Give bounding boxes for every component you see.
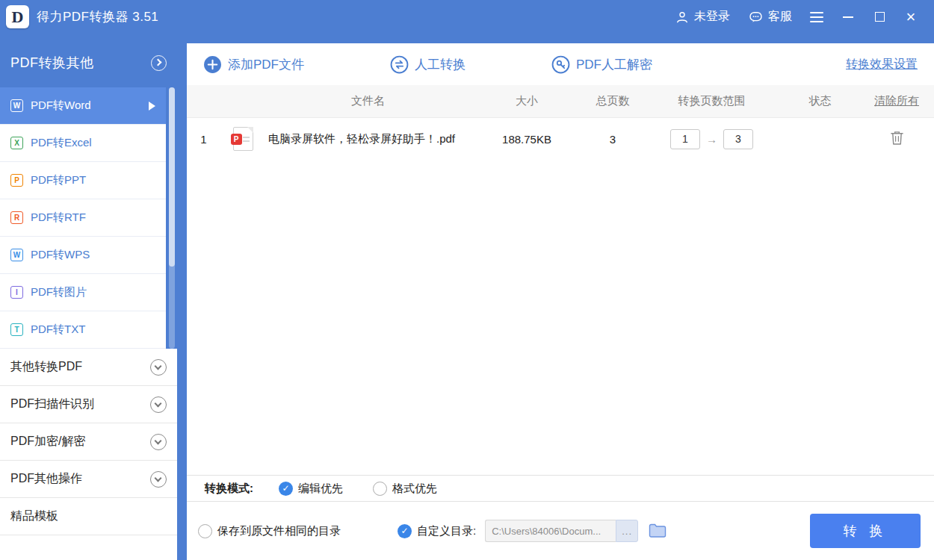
sidebar-header[interactable]: PDF转换其他	[0, 34, 177, 87]
pdf-file-icon: P	[233, 127, 253, 151]
sidebar-section-templates[interactable]: 精品模板	[0, 498, 177, 535]
close-icon: ×	[906, 9, 916, 25]
section-label: 其他转换PDF	[10, 359, 82, 375]
radio-checked-icon: ✓	[279, 482, 293, 496]
output-directory-box: ...	[485, 520, 638, 542]
section-label: PDF扫描件识别	[10, 396, 94, 412]
sidebar-item-label: PDF转TXT	[31, 323, 85, 337]
header-size: 大小	[471, 94, 583, 108]
manual-convert-label: 人工转换	[415, 56, 466, 73]
word-doc-icon: W	[10, 99, 23, 112]
mode-edit-priority-radio[interactable]: ✓ 编辑优先	[279, 482, 343, 496]
wps-doc-icon: W	[10, 249, 23, 261]
txt-doc-icon: T	[10, 323, 23, 336]
sidebar-section-other-to-pdf[interactable]: 其他转换PDF	[0, 349, 177, 386]
sidebar-item-pdf-to-image[interactable]: I PDF转图片	[0, 274, 166, 311]
sidebar-item-label: PDF转Excel	[31, 136, 92, 150]
chevron-down-circle-icon	[150, 434, 167, 450]
maximize-button[interactable]	[867, 6, 892, 28]
convert-button[interactable]: 转 换	[810, 514, 921, 548]
toolbar: 添加PDF文件 人工转换	[187, 43, 934, 85]
sidebar-item-label: PDF转PPT	[31, 173, 86, 187]
add-pdf-button[interactable]: 添加PDF文件	[203, 55, 304, 74]
sidebar-section-pdf-ocr[interactable]: PDF扫描件识别	[0, 386, 177, 423]
radio-unchecked-icon	[198, 524, 212, 538]
app-body: PDF转换其他 W PDF转Word X PDF转Excel P	[0, 34, 934, 560]
login-label: 未登录	[694, 9, 730, 25]
titlebar-actions: 未登录 客服 ×	[669, 6, 924, 28]
sidebar: PDF转换其他 W PDF转Word X PDF转Excel P	[0, 34, 177, 560]
sidebar-section-pdf-encrypt[interactable]: PDF加密/解密	[0, 423, 177, 461]
sidebar-section-pdf-other-ops[interactable]: PDF其他操作	[0, 461, 177, 498]
ppt-doc-icon: P	[10, 174, 23, 187]
file-list: 1 P 电脑录屏软件，轻松录屏好助手！.pdf 188.75KB 3	[187, 118, 934, 475]
range-from-input[interactable]	[670, 129, 700, 149]
folder-icon	[649, 523, 667, 538]
manual-decrypt-label: PDF人工解密	[576, 56, 652, 73]
clear-all-button[interactable]: 清除所有	[874, 94, 919, 107]
sidebar-item-pdf-to-excel[interactable]: X PDF转Excel	[0, 125, 166, 162]
sidebar-item-pdf-to-word[interactable]: W PDF转Word	[0, 87, 166, 125]
save-original-dir-radio[interactable]: 保存到原文件相同的目录	[198, 524, 341, 538]
app-title: 得力PDF转换器 3.51	[37, 8, 158, 25]
output-directory-input[interactable]	[485, 520, 616, 542]
minimize-icon	[843, 16, 853, 18]
radio-checked-icon: ✓	[398, 524, 412, 538]
sidebar-sections: 其他转换PDF PDF扫描件识别 PDF加密/解密 PDF其他操作 精品模板	[0, 349, 177, 560]
menu-button[interactable]	[804, 6, 829, 28]
file-name: 电脑录屏软件，轻松录屏好助手！.pdf	[265, 132, 471, 146]
chevron-right-circle-icon[interactable]	[151, 55, 167, 71]
header-status: 状态	[781, 94, 859, 108]
range-to-input[interactable]	[723, 129, 753, 149]
section-label: 精品模板	[10, 508, 58, 524]
sidebar-item-pdf-to-wps[interactable]: W PDF转WPS	[0, 237, 166, 274]
chevron-down-circle-icon	[150, 471, 167, 488]
manual-decrypt-button[interactable]: PDF人工解密	[551, 55, 652, 74]
mode-format-label: 格式优先	[392, 482, 437, 496]
open-folder-button[interactable]	[649, 523, 667, 538]
sidebar-item-pdf-to-rtf[interactable]: R PDF转RTF	[0, 199, 166, 237]
save-original-label: 保存到原文件相同的目录	[217, 524, 341, 538]
login-button[interactable]: 未登录	[669, 6, 736, 28]
sidebar-menu: W PDF转Word X PDF转Excel P PDF转PPT R PD	[0, 87, 177, 349]
custom-dir-label: 自定义目录:	[417, 524, 476, 538]
conversion-settings-link[interactable]: 转换效果设置	[846, 57, 918, 72]
radio-unchecked-icon	[373, 482, 387, 496]
manual-convert-button[interactable]: 人工转换	[390, 55, 466, 74]
mode-label: 转换模式:	[205, 482, 253, 496]
header-pages: 总页数	[583, 94, 643, 108]
delete-file-button[interactable]	[890, 130, 904, 146]
file-index: 1	[187, 133, 220, 146]
custom-dir-radio[interactable]: ✓ 自定义目录:	[398, 524, 476, 538]
sidebar-item-pdf-to-txt[interactable]: T PDF转TXT	[0, 311, 166, 349]
sidebar-scrollbar-thumb[interactable]	[169, 87, 175, 267]
minimize-button[interactable]	[835, 6, 861, 28]
mode-format-priority-radio[interactable]: 格式优先	[373, 482, 437, 496]
sidebar-item-pdf-to-ppt[interactable]: P PDF转PPT	[0, 162, 166, 199]
image-doc-icon: I	[10, 286, 23, 299]
add-pdf-label: 添加PDF文件	[228, 56, 304, 73]
file-size: 188.75KB	[471, 133, 583, 146]
customer-service-button[interactable]: 客服	[742, 6, 798, 28]
key-circle-icon	[551, 55, 570, 74]
browse-directory-button[interactable]: ...	[616, 520, 638, 542]
rtf-doc-icon: R	[10, 211, 23, 224]
sidebar-item-label: PDF转RTF	[31, 211, 86, 225]
file-row: 1 P 电脑录屏软件，轻松录屏好助手！.pdf 188.75KB 3	[187, 118, 934, 160]
sidebar-header-label: PDF转换其他	[10, 54, 94, 72]
close-button[interactable]: ×	[898, 6, 924, 28]
app-window: D 得力PDF转换器 3.51 未登录 客服	[0, 0, 934, 560]
header-filename: 文件名	[265, 94, 471, 108]
trash-icon	[890, 130, 904, 146]
titlebar: D 得力PDF转换器 3.51 未登录 客服	[0, 0, 934, 34]
plus-circle-icon	[203, 55, 222, 74]
main-panel: 添加PDF文件 人工转换	[187, 43, 934, 560]
file-total-pages: 3	[583, 133, 643, 146]
excel-doc-icon: X	[10, 137, 23, 149]
hamburger-icon	[810, 12, 823, 22]
user-icon	[675, 10, 690, 25]
conversion-mode-bar: 转换模式: ✓ 编辑优先 格式优先	[187, 475, 934, 502]
exchange-circle-icon	[390, 55, 409, 74]
maximize-icon	[875, 12, 885, 22]
range-arrow: →	[706, 133, 717, 146]
